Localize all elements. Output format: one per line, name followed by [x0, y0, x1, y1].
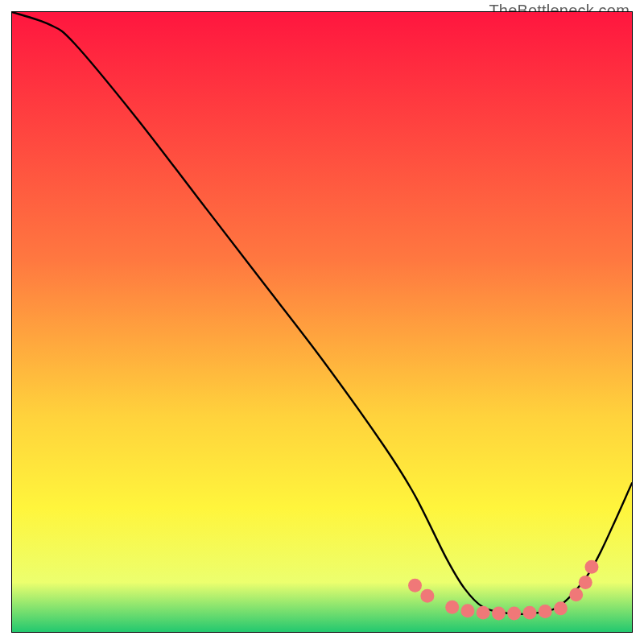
data-dot [445, 601, 459, 614]
data-dot [492, 606, 506, 620]
data-dot [554, 601, 568, 615]
data-dot [460, 604, 474, 617]
data-dots [408, 560, 598, 621]
bottleneck-curve [12, 12, 632, 614]
data-dot [522, 606, 536, 620]
data-dot [579, 576, 592, 589]
chart-svg [12, 12, 632, 632]
data-dot [569, 588, 583, 601]
data-dot [539, 605, 552, 618]
data-dot [477, 606, 490, 620]
data-dot [507, 606, 521, 620]
data-dot [584, 560, 598, 574]
plot-area [11, 11, 633, 633]
data-dot [420, 589, 434, 603]
chart-container: TheBottleneck.com [0, 0, 644, 644]
data-dot [408, 579, 422, 592]
